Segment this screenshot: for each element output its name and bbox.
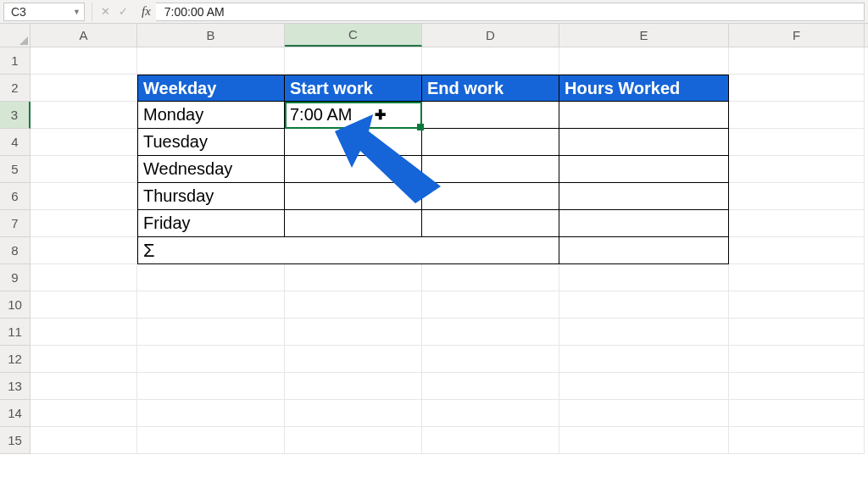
cell[interactable] [137, 346, 285, 373]
row-header-5[interactable]: 5 [0, 156, 31, 183]
cell[interactable] [31, 75, 137, 102]
cell-e8[interactable] [559, 237, 729, 264]
cell[interactable] [729, 210, 865, 237]
cell[interactable] [422, 373, 559, 400]
cell-e3[interactable] [559, 102, 729, 129]
cell-c3[interactable]: 7:00 AM [285, 102, 422, 129]
cell-b4[interactable]: Tuesday [137, 129, 285, 156]
cell-e4[interactable] [559, 129, 729, 156]
cell[interactable] [422, 47, 559, 75]
cell[interactable] [729, 319, 865, 346]
table-header-end[interactable]: End work [422, 75, 559, 102]
cell[interactable] [559, 47, 729, 75]
cell[interactable] [285, 264, 422, 291]
row-header-13[interactable]: 13 [0, 373, 31, 400]
cell[interactable] [729, 102, 865, 129]
cell-d6[interactable] [422, 183, 559, 210]
cell-c5[interactable] [285, 156, 422, 183]
cell-e5[interactable] [559, 156, 729, 183]
cell[interactable] [31, 156, 137, 183]
cell[interactable] [285, 427, 422, 454]
cell[interactable] [422, 291, 559, 319]
cell-c7[interactable] [285, 210, 422, 237]
formula-input[interactable]: 7:00:00 AM [156, 3, 865, 21]
cell[interactable] [559, 373, 729, 400]
cell[interactable] [729, 237, 865, 264]
cell-b6[interactable]: Thursday [137, 183, 285, 210]
cell[interactable] [137, 373, 285, 400]
col-header-c[interactable]: C [285, 24, 422, 47]
cell[interactable] [31, 291, 137, 319]
cell[interactable] [285, 400, 422, 427]
cell-b8[interactable]: Σ [137, 237, 285, 264]
row-header-10[interactable]: 10 [0, 291, 31, 319]
cell[interactable] [729, 427, 865, 454]
cell[interactable] [137, 291, 285, 319]
cell[interactable] [729, 400, 865, 427]
cell[interactable] [137, 47, 285, 75]
cell[interactable] [422, 264, 559, 291]
cell[interactable] [285, 47, 422, 75]
col-header-a[interactable]: A [31, 24, 137, 47]
cell[interactable] [559, 400, 729, 427]
cell-b7[interactable]: Friday [137, 210, 285, 237]
cell[interactable] [729, 156, 865, 183]
cell[interactable] [285, 346, 422, 373]
cell[interactable] [31, 210, 137, 237]
row-header-3[interactable]: 3 [0, 102, 31, 129]
cell[interactable] [729, 47, 865, 75]
chevron-down-icon[interactable]: ▼ [73, 8, 81, 16]
cell[interactable] [285, 373, 422, 400]
table-header-hours[interactable]: Hours Worked [559, 75, 729, 102]
cell[interactable] [422, 400, 559, 427]
cell[interactable] [31, 129, 137, 156]
cell[interactable] [422, 427, 559, 454]
row-header-14[interactable]: 14 [0, 400, 31, 427]
col-header-b[interactable]: B [137, 24, 285, 47]
cell[interactable] [137, 400, 285, 427]
cell[interactable] [729, 183, 865, 210]
col-header-e[interactable]: E [559, 24, 729, 47]
cell-d5[interactable] [422, 156, 559, 183]
cell-d3[interactable] [422, 102, 559, 129]
cell[interactable] [559, 319, 729, 346]
cell-b3[interactable]: Monday [137, 102, 285, 129]
cell-c8[interactable] [285, 237, 422, 264]
cell[interactable] [559, 264, 729, 291]
cell-e6[interactable] [559, 183, 729, 210]
cell[interactable] [729, 75, 865, 102]
cell[interactable] [285, 291, 422, 319]
row-header-4[interactable]: 4 [0, 129, 31, 156]
cell[interactable] [285, 319, 422, 346]
row-header-1[interactable]: 1 [0, 47, 31, 75]
table-header-start[interactable]: Start work [285, 75, 422, 102]
cell-d7[interactable] [422, 210, 559, 237]
cell[interactable] [31, 373, 137, 400]
cell-c6[interactable] [285, 183, 422, 210]
cell[interactable] [729, 264, 865, 291]
cell[interactable] [31, 264, 137, 291]
row-header-6[interactable]: 6 [0, 183, 31, 210]
row-header-11[interactable]: 11 [0, 319, 31, 346]
cell[interactable] [729, 129, 865, 156]
cell[interactable] [729, 291, 865, 319]
cell[interactable] [31, 102, 137, 129]
row-header-2[interactable]: 2 [0, 75, 31, 102]
cell[interactable] [31, 47, 137, 75]
cell[interactable] [31, 427, 137, 454]
col-header-f[interactable]: F [729, 24, 865, 47]
row-header-7[interactable]: 7 [0, 210, 31, 237]
cell[interactable] [559, 427, 729, 454]
row-header-8[interactable]: 8 [0, 237, 31, 264]
cell[interactable] [31, 319, 137, 346]
row-header-12[interactable]: 12 [0, 346, 31, 373]
fx-icon[interactable]: fx [136, 4, 156, 19]
cell[interactable] [31, 400, 137, 427]
cell[interactable] [559, 346, 729, 373]
cell[interactable] [31, 346, 137, 373]
cell[interactable] [137, 427, 285, 454]
row-header-15[interactable]: 15 [0, 427, 31, 454]
cell-c4[interactable] [285, 129, 422, 156]
cell[interactable] [559, 291, 729, 319]
row-header-9[interactable]: 9 [0, 264, 31, 291]
